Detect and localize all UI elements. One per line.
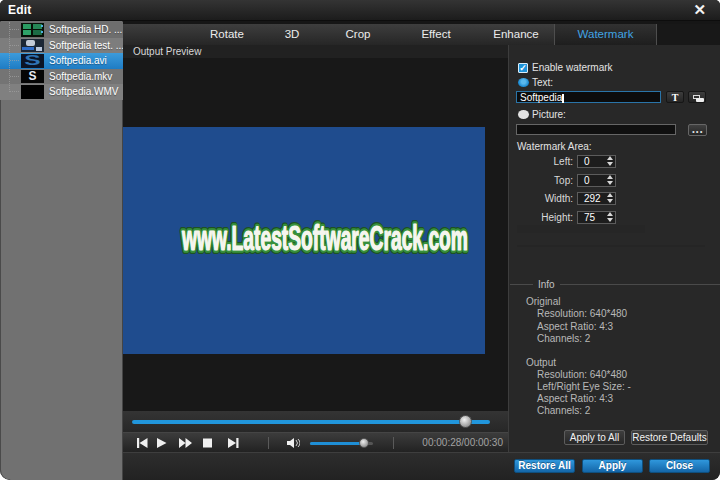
- svg-text:www.LatestSoftwareCrack.com: www.LatestSoftwareCrack.com: [181, 219, 468, 257]
